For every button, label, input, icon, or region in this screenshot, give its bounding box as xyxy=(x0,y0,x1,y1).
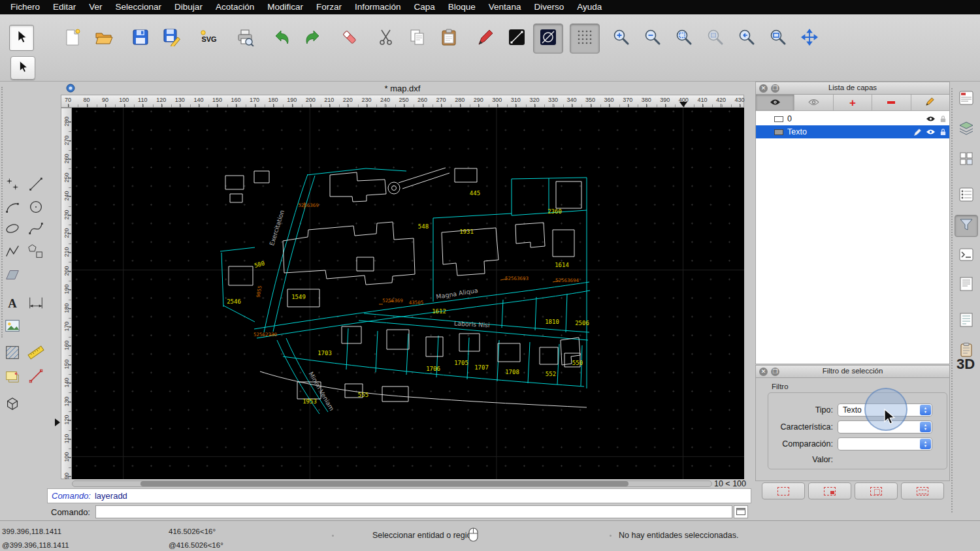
line-tool-button[interactable] xyxy=(24,174,47,197)
map-drawing[interactable]: 4452360548193116145802546154916121810250… xyxy=(72,108,744,479)
dimension-tool-button[interactable] xyxy=(24,293,47,315)
image-tool-button[interactable] xyxy=(1,316,24,338)
svg-export-button[interactable]: SVG xyxy=(193,24,223,54)
spline-tool-button[interactable] xyxy=(24,219,47,241)
shape-lib-button[interactable] xyxy=(1,366,24,388)
menu-item-diverso[interactable]: Diverso xyxy=(527,0,570,14)
zoom-in-button[interactable] xyxy=(606,24,636,54)
hatch-tool-button[interactable] xyxy=(1,265,24,287)
layer-edit-icon[interactable] xyxy=(913,128,922,136)
layer-row-texto[interactable]: Texto xyxy=(756,125,949,138)
iso-view-button[interactable] xyxy=(1,394,24,416)
previous-view-button[interactable] xyxy=(732,24,762,54)
circle-tool-button[interactable] xyxy=(24,197,47,219)
zoom-window-button[interactable] xyxy=(763,24,793,54)
menu-item-editar[interactable]: Editar xyxy=(46,0,82,14)
layer-list-panel-button[interactable] xyxy=(955,119,978,141)
layer-row-0[interactable]: 0 xyxy=(756,112,949,125)
pan-arrows-icon xyxy=(800,28,819,49)
redo-button[interactable] xyxy=(298,24,328,54)
hide-all-layers-button[interactable] xyxy=(794,95,833,110)
image-icon xyxy=(4,317,21,337)
save-as-button[interactable] xyxy=(157,24,187,54)
modify-tool-button[interactable] xyxy=(24,366,47,388)
menu-item-seleccionar[interactable]: Seleccionar xyxy=(109,0,169,14)
ellipse-tool-button[interactable] xyxy=(1,219,24,241)
absolute-coordinate: 399.396,118.1411 xyxy=(2,525,69,539)
layer-lock-icon[interactable] xyxy=(939,115,947,123)
print-preview-button[interactable] xyxy=(230,24,260,54)
copy-button[interactable] xyxy=(402,24,433,54)
menu-item-bloque[interactable]: Bloque xyxy=(442,0,482,14)
zoom-selection-button[interactable] xyxy=(700,24,730,54)
text-tool-button[interactable]: A xyxy=(1,293,24,315)
menu-item-ver[interactable]: Ver xyxy=(82,0,108,14)
menu-item-modificar[interactable]: Modificar xyxy=(261,0,310,14)
add-to-selection-button[interactable] xyxy=(808,482,851,499)
menu-item-capa[interactable]: Capa xyxy=(408,0,442,14)
selection-tool-button[interactable] xyxy=(9,25,34,51)
pattern-tool-button[interactable] xyxy=(1,343,24,365)
remove-layer-button[interactable] xyxy=(872,95,911,110)
pan-button[interactable] xyxy=(794,24,825,54)
auto-zoom-button[interactable] xyxy=(669,24,699,54)
horizontal-scrollbar[interactable] xyxy=(72,480,712,487)
layer-lock-icon[interactable] xyxy=(939,128,947,136)
hruler-tick xyxy=(199,104,199,107)
stepper-arrows-icon[interactable]: ▲▼ xyxy=(920,439,931,449)
zoom-out-button[interactable] xyxy=(638,24,668,54)
delete-button[interactable] xyxy=(335,24,365,54)
command-options-button[interactable] xyxy=(734,505,748,518)
hruler-tick-label: 160 xyxy=(231,97,240,103)
menu-item-ayuda[interactable]: Ayuda xyxy=(570,0,608,14)
grid-toggle-button[interactable] xyxy=(570,24,600,54)
menu-item-forzar[interactable]: Forzar xyxy=(310,0,348,14)
show-all-layers-button[interactable] xyxy=(756,95,794,110)
menu-item-ventana[interactable]: Ventana xyxy=(482,0,528,14)
draft-mode-button[interactable] xyxy=(533,24,563,54)
open-file-button[interactable] xyxy=(89,24,119,54)
point-tool-button[interactable] xyxy=(1,174,24,197)
selection-filter-panel-button[interactable] xyxy=(955,215,978,237)
current-action-button[interactable] xyxy=(10,56,35,80)
property-editor-panel-button[interactable] xyxy=(955,88,978,110)
save-button[interactable] xyxy=(125,24,155,54)
view-list-panel-button[interactable] xyxy=(955,274,978,296)
polyline-tool-button[interactable] xyxy=(1,242,24,264)
scrollbar-thumb[interactable] xyxy=(140,481,629,486)
hruler-tick-label: 190 xyxy=(287,97,297,103)
library-browser-panel-button[interactable] xyxy=(955,185,978,207)
undo-button[interactable] xyxy=(267,24,297,54)
edit-layer-button[interactable] xyxy=(911,95,949,110)
parcel-number-label: 548 xyxy=(418,223,429,230)
apply-filter-select-button[interactable] xyxy=(762,482,805,499)
strip-grip[interactable] xyxy=(951,88,953,512)
sheet-panel-button[interactable] xyxy=(955,310,978,332)
layer-visible-icon[interactable] xyxy=(926,129,936,135)
edit-properties-button[interactable] xyxy=(470,24,500,54)
magnifier-window-icon xyxy=(769,28,787,49)
paste-button[interactable] xyxy=(434,24,464,54)
lineweight-button[interactable] xyxy=(502,24,532,54)
menu-item-acotacion[interactable]: Acotación xyxy=(209,0,261,14)
stepper-arrows-icon[interactable]: ▲▼ xyxy=(920,405,931,415)
polygon-tool-button[interactable] xyxy=(24,242,47,264)
menu-item-informacion[interactable]: Información xyxy=(348,0,408,14)
hruler-tick xyxy=(367,104,367,107)
add-layer-button[interactable]: + xyxy=(834,95,872,110)
cut-button[interactable] xyxy=(371,24,401,54)
intersect-selection-button[interactable] xyxy=(901,482,944,499)
command-line-panel-button[interactable] xyxy=(955,245,978,267)
measure-tool-button[interactable] xyxy=(24,343,47,365)
menu-item-dibujar[interactable]: Dibujar xyxy=(168,0,209,14)
remove-from-selection-button[interactable] xyxy=(855,482,898,499)
new-file-button[interactable] xyxy=(57,24,88,54)
block-list-panel-button[interactable] xyxy=(955,149,978,171)
layer-visible-icon[interactable] xyxy=(926,116,936,122)
command-input[interactable] xyxy=(95,505,732,518)
arc-tool-button[interactable] xyxy=(1,197,24,219)
stepper-arrows-icon[interactable]: ▲▼ xyxy=(920,422,931,432)
drawing-area[interactable]: 4452360548193116145802546154916121810250… xyxy=(72,108,744,479)
menu-item-fichero[interactable]: Fichero xyxy=(4,0,46,14)
filter-comp-combo[interactable]: ▲▼ xyxy=(838,437,932,450)
